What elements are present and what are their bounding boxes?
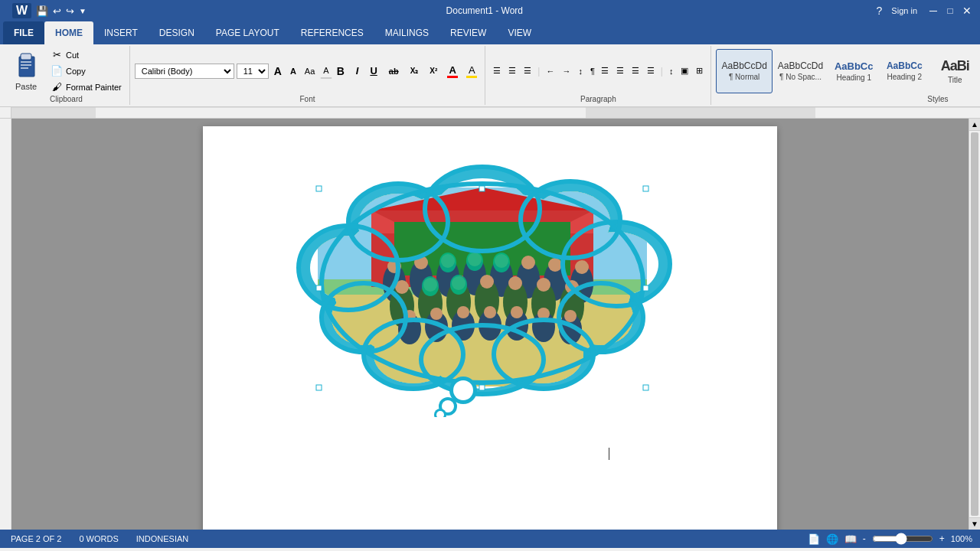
highlight-icon: A [469,64,475,76]
vertical-ruler [0,119,11,530]
status-left: PAGE 2 OF 2 0 WORDS INDONESIAN [8,533,191,544]
style-heading1-label: Heading 1 [836,73,871,82]
strikethrough-button[interactable]: ab [384,63,403,80]
language-indicator[interactable]: INDONESIAN [133,533,191,544]
zoom-level[interactable]: 100% [951,534,972,543]
bullets-button[interactable]: ☰ [490,64,504,79]
tab-references[interactable]: REFERENCES [290,21,374,44]
document-area[interactable] [11,119,969,530]
style-no-spacing[interactable]: AaBbCcDd ¶ No Spac... [773,49,828,93]
tab-mailings[interactable]: MAILINGS [374,21,439,44]
align-center-button[interactable]: ☰ [613,64,627,79]
undo-icon[interactable]: ↩ [53,5,61,17]
underline-button[interactable]: U [365,63,381,80]
svg-point-81 [575,260,589,274]
style-heading2[interactable]: AaBbCc Heading 2 [879,49,929,93]
font-format-row: B I U ab X₂ X² A A [332,63,481,80]
svg-rect-118 [316,186,322,191]
redo-icon[interactable]: ↪ [66,5,74,17]
word-count[interactable]: 0 WORDS [76,533,121,544]
svg-rect-7 [11,107,96,119]
svg-point-85 [480,275,494,289]
maximize-button[interactable]: □ [943,4,957,18]
close-button[interactable]: ✕ [960,4,974,18]
tab-insert[interactable]: INSERT [93,21,149,44]
svg-point-99 [422,276,439,296]
change-case-button[interactable]: Aa [302,64,318,79]
cloud-image-container[interactable] [279,165,685,417]
font-name-select[interactable]: Calibri (Body) [135,64,234,79]
style-heading1[interactable]: AaBbCc Heading 1 [828,49,879,93]
scroll-up-button[interactable]: ▲ [969,119,980,131]
save-icon[interactable]: 💾 [36,5,48,17]
style-heading1-preview: AaBbCc [835,60,874,72]
clipboard-group: Paste ✂ Cut 📄 Copy 🖌 Format Painter Clip… [3,46,130,105]
line-spacing-button[interactable]: ↕ [666,64,677,79]
page-indicator[interactable]: PAGE 2 OF 2 [8,533,64,544]
svg-rect-8 [586,107,815,119]
sign-in-button[interactable]: Sign in [891,6,917,15]
show-hide-button[interactable]: ¶ [587,64,598,79]
font-grow-button[interactable]: A [271,64,285,79]
justify-button[interactable]: ☰ [644,64,658,79]
tab-design[interactable]: DESIGN [149,21,205,44]
font-shrink-button[interactable]: A [287,64,299,79]
ruler-area [0,107,980,119]
shading-button[interactable]: ▣ [678,64,691,79]
multilevel-button[interactable]: ☰ [521,64,534,79]
italic-button[interactable]: I [351,63,364,80]
scroll-down-button[interactable]: ▼ [969,517,980,530]
vertical-scrollbar[interactable]: ▲ ▼ [969,119,980,530]
ribbon-content: Paste ✂ Cut 📄 Copy 🖌 Format Painter Clip… [0,44,980,107]
main-area: ▲ ▼ [0,119,980,530]
font-group-label: Font [130,95,485,103]
tab-home[interactable]: HOME [44,21,93,44]
scroll-thumb[interactable] [971,132,978,516]
zoom-out-button[interactable]: - [863,533,866,544]
web-layout-icon[interactable]: 🌐 [826,533,838,545]
ruler-svg [11,107,980,119]
svg-rect-119 [479,186,485,191]
sort-button[interactable]: ↕ [575,64,586,79]
style-title[interactable]: AaBi Title [929,49,980,93]
font-size-select[interactable]: 11 [237,64,269,79]
style-no-spacing-label: ¶ No Spac... [779,73,822,81]
style-normal[interactable]: AaBbCcDd ¶ Normal [716,49,772,93]
tab-view[interactable]: VIEW [497,21,542,44]
increase-indent-button[interactable]: → [559,64,573,79]
document-page[interactable] [203,126,777,530]
superscript-button[interactable]: X² [425,63,442,80]
minimize-button[interactable]: ─ [926,4,940,18]
tab-file[interactable]: FILE [3,21,44,44]
clipboard-group-label: Clipboard [3,95,129,103]
text-color-button[interactable]: A [444,64,461,79]
format-painter-button[interactable]: 🖌 Format Painter [47,80,125,94]
read-mode-icon[interactable]: 📖 [844,533,857,545]
tab-review[interactable]: REVIEW [439,21,497,44]
copy-button[interactable]: 📄 Copy [47,64,125,78]
highlight-button[interactable]: A [463,64,480,79]
align-left-button[interactable]: ☰ [598,64,612,79]
cut-button[interactable]: ✂ Cut [47,47,125,62]
paste-button[interactable]: Paste [8,50,44,93]
svg-point-87 [537,278,550,292]
align-right-button[interactable]: ☰ [629,64,642,79]
horizontal-ruler [11,107,980,119]
zoom-in-button[interactable]: + [939,533,945,544]
tab-page-layout[interactable]: PAGE LAYOUT [205,21,290,44]
borders-button[interactable]: ⊞ [693,64,706,79]
customize-qat-icon[interactable]: ▼ [79,7,87,15]
status-bar: PAGE 2 OF 2 0 WORDS INDONESIAN 📄 🌐 📖 - +… [0,530,980,548]
zoom-slider[interactable] [872,533,933,545]
svg-rect-120 [643,186,648,191]
clear-formatting-button[interactable]: A [320,64,332,79]
print-layout-icon[interactable]: 📄 [808,533,820,545]
help-icon[interactable]: ? [877,5,883,17]
bold-button[interactable]: B [332,63,349,80]
numbering-button[interactable]: ☰ [505,64,519,79]
style-no-spacing-preview: AaBbCcDd [778,60,823,71]
decrease-indent-button[interactable]: ← [543,64,557,79]
clipboard-actions: ✂ Cut 📄 Copy 🖌 Format Painter [47,47,125,94]
svg-rect-121 [316,285,322,291]
subscript-button[interactable]: X₂ [406,63,423,80]
